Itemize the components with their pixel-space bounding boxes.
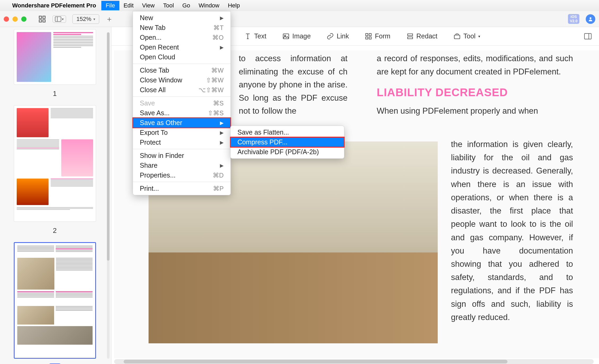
submenu-arrow-icon: ▶ <box>220 120 224 126</box>
page-number-2: 2 <box>9 227 101 235</box>
submenu-arrow-icon: ▶ <box>220 163 224 168</box>
user-avatar[interactable] <box>586 14 595 24</box>
menu-close-all[interactable]: Close All⌥⇧⌘W <box>133 85 231 95</box>
menu-separator <box>133 64 231 64</box>
tool-dropdown-button[interactable]: Tool ▾ <box>453 32 480 40</box>
menu-separator <box>133 182 231 182</box>
svg-rect-2 <box>39 20 42 22</box>
sidebar-scrollbar-thumb[interactable] <box>107 32 110 261</box>
menubar-file[interactable]: File <box>101 1 119 10</box>
sidebar-scrollbar[interactable] <box>107 32 110 359</box>
minimize-window-button[interactable] <box>12 16 18 22</box>
page-number-1: 1 <box>9 90 101 98</box>
link-tool-button[interactable]: Link <box>327 32 349 40</box>
submenu-save-flatten[interactable]: Save as Flatten... <box>231 127 344 137</box>
right-column: a record of responses, edits, modificati… <box>377 52 573 118</box>
menu-close-tab[interactable]: Close Tab⌘W <box>133 65 231 75</box>
menu-print[interactable]: Print...⌘P <box>133 184 231 193</box>
svg-point-6 <box>590 17 592 19</box>
menu-share[interactable]: Share▶ <box>133 161 231 170</box>
ios-version-badge[interactable]: iOS V2.0 <box>568 14 579 24</box>
menu-export-to[interactable]: Export To▶ <box>133 128 231 137</box>
form-icon <box>365 33 372 40</box>
window-controls <box>4 16 27 22</box>
svg-rect-1 <box>43 16 45 18</box>
svg-rect-0 <box>39 16 42 18</box>
horizontal-scrollbar[interactable] <box>114 359 594 364</box>
menu-show-in-finder[interactable]: Show in Finder <box>133 151 231 161</box>
right-column-body: the information is given clearly, liabil… <box>451 138 573 324</box>
submenu-arrow-icon: ▶ <box>220 130 224 136</box>
submenu-arrow-icon: ▶ <box>220 140 224 145</box>
menu-separator <box>133 149 231 149</box>
close-window-button[interactable] <box>4 16 9 22</box>
page-thumbnail-2[interactable] <box>14 105 96 222</box>
thumbnail-sidebar: 1 2 <box>0 27 111 364</box>
chevron-down-icon: ▾ <box>478 34 480 38</box>
app-name[interactable]: Wondershare PDFelement Pro <box>12 2 96 9</box>
menu-new-tab[interactable]: New Tab⌘T <box>133 23 231 33</box>
menubar-view[interactable]: View <box>138 1 159 10</box>
zoom-selector[interactable]: 152% ▾ <box>72 14 99 24</box>
svg-rect-10 <box>369 33 371 35</box>
submenu-archivable-pdf[interactable]: Archivable PDF (PDF/A-2b) <box>231 147 344 157</box>
svg-rect-11 <box>366 37 368 39</box>
menu-protect[interactable]: Protect▶ <box>133 137 231 147</box>
svg-rect-7 <box>283 34 289 39</box>
menu-save-as[interactable]: Save As...⇧⌘S <box>133 108 231 118</box>
menubar-tool[interactable]: Tool <box>159 1 178 10</box>
panel-icon <box>584 33 592 40</box>
menu-separator <box>133 96 231 97</box>
image-tool-button[interactable]: Image <box>282 32 311 40</box>
chevron-down-icon: ▾ <box>93 17 95 21</box>
svg-rect-3 <box>43 20 45 22</box>
fullscreen-window-button[interactable] <box>21 16 27 22</box>
redact-icon <box>406 33 414 40</box>
menu-open-cloud[interactable]: Open Cloud <box>133 52 231 62</box>
toolbox-icon <box>453 33 461 40</box>
svg-rect-4 <box>55 17 61 21</box>
text-tool-button[interactable]: Text <box>244 32 266 40</box>
submenu-compress-pdf[interactable]: Compress PDF... <box>231 137 344 147</box>
app-toolbar: ▾ 152% ▾ ＋ iOS V2.0 <box>0 11 599 27</box>
menu-new[interactable]: New▶ <box>133 13 231 23</box>
section-heading: LIABILITY DECREASED <box>377 83 573 101</box>
right-panel-toggle[interactable] <box>584 33 592 40</box>
menu-close-window[interactable]: Close Window⇧⌘W <box>133 75 231 85</box>
menu-save-as-other[interactable]: Save as Other▶ <box>133 118 231 128</box>
menu-open[interactable]: Open...⌘O <box>133 33 231 42</box>
macos-menubar: Wondershare PDFelement Pro File Edit Vie… <box>0 0 599 11</box>
submenu-arrow-icon: ▶ <box>220 15 224 21</box>
menubar-help[interactable]: Help <box>224 1 244 10</box>
new-tab-button[interactable]: ＋ <box>106 14 113 24</box>
menu-save: Save⌘S <box>133 98 231 108</box>
submenu-arrow-icon: ▶ <box>220 45 224 50</box>
link-icon <box>327 33 334 40</box>
page-thumbnail-1[interactable] <box>14 29 96 85</box>
text-icon <box>244 33 251 40</box>
svg-rect-14 <box>584 33 591 39</box>
menubar-go[interactable]: Go <box>178 1 194 10</box>
svg-rect-9 <box>366 33 368 35</box>
file-menu-dropdown: New▶ New Tab⌘T Open...⌘O Open Recent▶ Op… <box>133 11 231 195</box>
page-thumbnail-3[interactable] <box>14 242 96 359</box>
menubar-window[interactable]: Window <box>194 1 224 10</box>
thumbnails-grid-icon[interactable] <box>38 15 46 23</box>
horizontal-scrollbar-thumb[interactable] <box>124 360 507 363</box>
image-icon <box>282 33 290 40</box>
redact-tool-button[interactable]: Redact <box>406 32 437 40</box>
menubar-edit[interactable]: Edit <box>119 1 138 10</box>
right-column-intro: When using PDFelement properly and when <box>377 104 573 118</box>
save-as-other-submenu: Save as Flatten... Compress PDF... Archi… <box>230 126 344 159</box>
svg-rect-12 <box>369 37 371 39</box>
right-column-top-text: a record of responses, edits, modificati… <box>377 52 573 78</box>
left-column-text: to access information at eliminating the… <box>239 52 348 118</box>
panel-layout-toggle[interactable]: ▾ <box>53 15 66 23</box>
form-tool-button[interactable]: Form <box>365 32 390 40</box>
menu-open-recent[interactable]: Open Recent▶ <box>133 42 231 52</box>
menu-properties[interactable]: Properties...⌘D <box>133 170 231 180</box>
zoom-value: 152% <box>76 16 91 23</box>
svg-rect-13 <box>454 35 460 39</box>
